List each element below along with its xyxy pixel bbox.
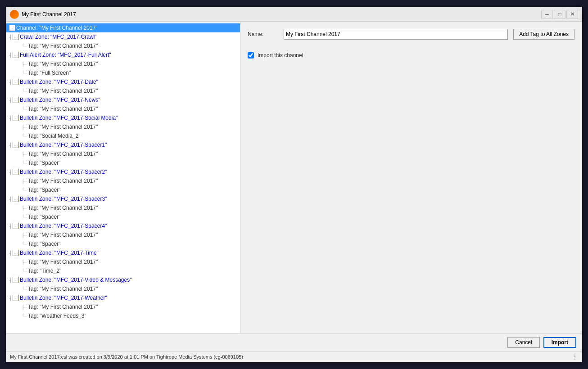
tag-label: Tag: "My First Channel 2017" <box>28 106 98 112</box>
zone-item[interactable]: ┤ - Bulletin Zone: "MFC_2017-Social Medi… <box>6 113 240 122</box>
zone-collapse-btn-5[interactable]: - <box>13 142 19 148</box>
import-checkbox-label[interactable]: Import this channel <box>258 52 303 58</box>
tag-item[interactable]: ├─ Tag: "My First Channel 2017" <box>6 176 240 185</box>
tag-connector-icon: ├─ <box>22 260 27 265</box>
zone-item[interactable]: ┤ - Bulletin Zone: "MFC_2017-Spacer3" <box>6 194 240 203</box>
tag-item[interactable]: ├─ Tag: "My First Channel 2017" <box>6 257 240 266</box>
tag-item[interactable]: ├─ Tag: "My First Channel 2017" <box>6 230 240 239</box>
zone-collapse-btn-3[interactable]: - <box>13 97 19 103</box>
zone-item[interactable]: ┤ - Crawl Zone: "MFC_2017-Crawl" <box>6 32 240 41</box>
zone-collapse-btn-6[interactable]: - <box>13 169 19 175</box>
name-input[interactable] <box>284 29 508 40</box>
zone-collapse-btn-10[interactable]: - <box>13 277 19 283</box>
zone-label: Bulletin Zone: "MFC_2017-Spacer1" <box>20 142 107 148</box>
tag-item[interactable]: └─ Tag: "Spacer" <box>6 212 240 221</box>
channel-root-item[interactable]: - Channel: "My First Channel 2017" <box>6 23 240 32</box>
name-row: Name: Add Tag to All Zones <box>248 29 574 40</box>
tree-line-icon: ┤ <box>9 170 12 175</box>
zone-collapse-btn-8[interactable]: - <box>13 223 19 229</box>
import-checkbox-row: Import this channel <box>248 52 574 58</box>
tag-label: Tag: "Spacer" <box>28 241 61 247</box>
zone-collapse-btn-9[interactable]: - <box>13 250 19 256</box>
tag-item[interactable]: └─ Tag: "Time_2" <box>6 266 240 275</box>
tag-connector-icon: └─ <box>22 242 27 247</box>
tag-connector-icon: ├─ <box>22 206 27 211</box>
tag-item[interactable]: ├─ Tag: "My First Channel 2017" <box>6 203 240 212</box>
tag-label: Tag: "Spacer" <box>28 214 61 220</box>
zone-label: Crawl Zone: "MFC_2017-Crawl" <box>20 34 97 40</box>
zone-label: Bulletin Zone: "MFC_2017-Date" <box>20 79 98 85</box>
zone-item[interactable]: ┤ - Bulletin Zone: "MFC_2017-Time" <box>6 248 240 257</box>
tag-item[interactable]: └─ Tag: "My First Channel 2017" <box>6 86 240 95</box>
tag-item[interactable]: ├─ Tag: "My First Channel 2017" <box>6 149 240 158</box>
tag-label: Tag: "Weather Feeds_3" <box>28 313 86 319</box>
tag-item[interactable]: ├─ Tag: "My First Channel 2017" <box>6 122 240 131</box>
zone-label: Bulletin Zone: "MFC_2017-Weather" <box>20 295 107 301</box>
tag-connector-icon: ├─ <box>22 62 27 67</box>
tag-connector-icon: ├─ <box>22 152 27 157</box>
window-controls: ─ □ ✕ <box>541 10 578 19</box>
zone-item[interactable]: ┤ - Bulletin Zone: "MFC_2017-Date" <box>6 77 240 86</box>
zone-item[interactable]: ┤ - Bulletin Zone: "MFC_2017-Video & Mes… <box>6 275 240 284</box>
tag-connector-icon: └─ <box>22 161 27 166</box>
tag-connector-icon: ├─ <box>22 179 27 184</box>
tag-item[interactable]: └─ Tag: "Spacer" <box>6 158 240 167</box>
tree-line-icon: ┤ <box>9 53 12 58</box>
tag-item[interactable]: ├─ Tag: "My First Channel 2017" <box>6 59 240 68</box>
tag-label: Tag: "My First Channel 2017" <box>28 259 98 265</box>
close-button[interactable]: ✕ <box>566 10 578 19</box>
tree-line-icon: ┤ <box>9 296 12 301</box>
tag-item[interactable]: └─ Tag: "My First Channel 2017" <box>6 41 240 50</box>
zone-item[interactable]: ┤ - Bulletin Zone: "MFC_2017-Weather" <box>6 293 240 302</box>
tag-item[interactable]: └─ Tag: "Full Screen" <box>6 68 240 77</box>
zone-collapse-btn-1[interactable]: - <box>13 52 19 58</box>
tag-item[interactable]: ├─ Tag: "My First Channel 2017" <box>6 302 240 311</box>
minimize-button[interactable]: ─ <box>541 10 553 19</box>
zone-item[interactable]: ┤ - Full Alert Zone: "MFC_2017-Full Aler… <box>6 50 240 59</box>
content-area: - Channel: "My First Channel 2017" ┤ - C… <box>6 22 582 333</box>
dialog-footer: Cancel Import <box>6 333 582 351</box>
resize-handle-icon[interactable]: ⋮ <box>572 353 578 360</box>
zone-collapse-btn-0[interactable]: - <box>13 34 19 40</box>
tag-connector-icon: ├─ <box>22 233 27 238</box>
tag-item[interactable]: └─ Tag: "Spacer" <box>6 239 240 248</box>
tag-item[interactable]: └─ Tag: "Weather Feeds_3" <box>6 311 240 320</box>
import-button[interactable]: Import <box>543 337 576 348</box>
tag-item[interactable]: └─ Tag: "My First Channel 2017" <box>6 284 240 293</box>
zone-item[interactable]: ┤ - Bulletin Zone: "MFC_2017-Spacer1" <box>6 140 240 149</box>
tag-item[interactable]: └─ Tag: "Social Media_2" <box>6 131 240 140</box>
zone-label: Bulletin Zone: "MFC_2017-Spacer4" <box>20 223 107 229</box>
zone-collapse-btn-2[interactable]: - <box>13 79 19 85</box>
app-icon <box>10 10 19 19</box>
zone-item[interactable]: ┤ - Bulletin Zone: "MFC_2017-Spacer2" <box>6 167 240 176</box>
tag-item[interactable]: └─ Tag: "My First Channel 2017" <box>6 104 240 113</box>
import-checkbox[interactable] <box>248 52 254 58</box>
tree-panel[interactable]: - Channel: "My First Channel 2017" ┤ - C… <box>6 22 240 333</box>
zone-label: Bulletin Zone: "MFC_2017-Video & Message… <box>20 277 131 283</box>
tag-label: Tag: "Spacer" <box>28 160 61 166</box>
zone-item[interactable]: ┤ - Bulletin Zone: "MFC_2017-News" <box>6 95 240 104</box>
tag-item[interactable]: └─ Tag: "Spacer" <box>6 185 240 194</box>
zone-label: Bulletin Zone: "MFC_2017-Spacer2" <box>20 169 107 175</box>
tag-connector-icon: └─ <box>22 44 27 49</box>
zone-item[interactable]: ┤ - Bulletin Zone: "MFC_2017-Spacer4" <box>6 221 240 230</box>
tag-label: Tag: "My First Channel 2017" <box>28 43 98 49</box>
main-window: My First Channel 2017 ─ □ ✕ - Channel: "… <box>6 7 582 362</box>
zone-collapse-btn-11[interactable]: - <box>13 295 19 301</box>
zone-collapse-btn-4[interactable]: - <box>13 115 19 121</box>
zone-label: Bulletin Zone: "MFC_2017-Spacer3" <box>20 196 107 202</box>
zone-collapse-btn-7[interactable]: - <box>13 196 19 202</box>
maximize-button[interactable]: □ <box>554 10 565 19</box>
tag-connector-icon: └─ <box>22 188 27 193</box>
channel-collapse-btn[interactable]: - <box>9 25 15 31</box>
tag-label: Tag: "My First Channel 2017" <box>28 205 98 211</box>
tree-line-icon: ┤ <box>9 224 12 229</box>
add-tag-button[interactable]: Add Tag to All Zones <box>513 29 574 40</box>
cancel-button[interactable]: Cancel <box>507 337 539 348</box>
zone-label: Full Alert Zone: "MFC_2017-Full Alert" <box>20 52 111 58</box>
tree-line-icon: ┤ <box>9 197 12 202</box>
tag-connector-icon: └─ <box>22 71 27 76</box>
tree-line-icon: ┤ <box>9 80 12 85</box>
tag-connector-icon: └─ <box>22 269 27 274</box>
tag-label: Tag: "My First Channel 2017" <box>28 178 98 184</box>
